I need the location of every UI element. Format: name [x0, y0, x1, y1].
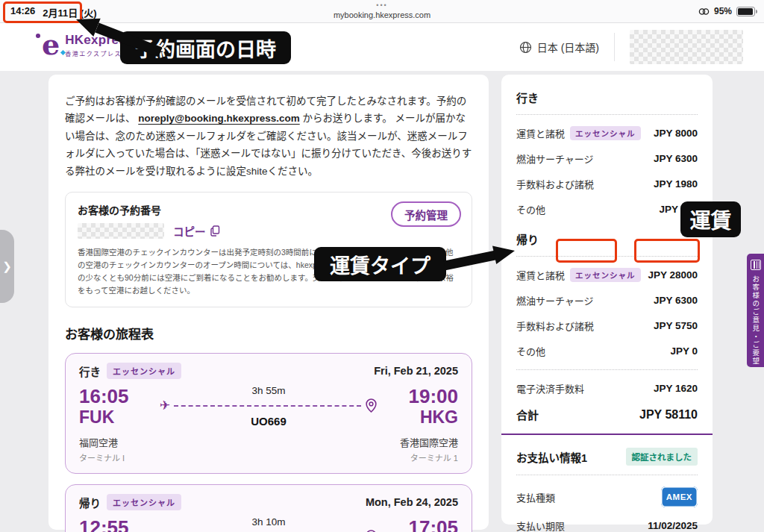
fare-type-badge: エッセンシャル	[107, 494, 181, 510]
fee-label: 手数料および諸税	[516, 177, 594, 191]
payment-type-row: 支払種類 AMEX	[516, 486, 698, 507]
checkin-note: 香港国際空港のチェックインカウンターは出発予定時刻の3時間前にオープンし、1時間…	[78, 246, 460, 297]
logo-brand-text: HKexpress	[65, 33, 134, 48]
departure-code: FUK	[79, 407, 149, 427]
hotspot-icon	[698, 7, 710, 16]
fare-summary-panel: 行き 運賃と諸税 エッセンシャル JPY 8000 燃油サーチャージ JPY 6…	[501, 75, 713, 525]
total-divider	[501, 434, 713, 435]
journey-card-outbound: 行き エッセンシャル Fri, Feb 21, 2025 16:05 FUK 3…	[65, 353, 472, 474]
manage-booking-button[interactable]: 予約管理	[391, 201, 461, 227]
site-header: e HKexpress 香港エクスプレス 日本 (日本語)	[0, 23, 764, 71]
journey-date: Mon, Feb 24, 2025	[366, 496, 458, 508]
battery-icon	[736, 7, 755, 16]
arrival-time: 19:00	[388, 386, 458, 407]
fee-row: 燃油サーチャージ JPY 6300	[516, 151, 698, 166]
fee-label: 燃油サーチャージ	[516, 151, 594, 166]
fee-row: 燃油サーチャージ JPY 6300	[516, 293, 698, 307]
tab-overview-dots-icon[interactable]: •••	[0, 2, 764, 9]
fee-label: その他	[516, 344, 545, 358]
address-bar[interactable]: mybooking.hkexpress.com	[0, 11, 764, 19]
plane-icon: ✈	[160, 399, 170, 412]
fee-row: 電子決済手数料 JPY 1620	[516, 381, 698, 395]
flight-number: UO669	[160, 415, 378, 428]
payment-fee-label: 電子決済手数料	[516, 381, 584, 395]
arrival-code: HKG	[388, 407, 458, 427]
flight-duration: 3h 10m	[160, 516, 378, 528]
departure-time: 16:05	[79, 386, 149, 407]
logo-e-icon: e	[42, 31, 60, 59]
fee-row: 運賃と諸税 エッセンシャル JPY 8000	[516, 126, 698, 140]
fee-label: その他	[516, 202, 545, 216]
total-label: 合計	[516, 407, 539, 422]
fee-value: JPY 5750	[654, 320, 698, 331]
booking-confirmation-page: 14:26 2月11日 (火) ••• mybooking.hkexpress.…	[0, 0, 764, 532]
location-pin-icon	[365, 398, 378, 413]
fare-type-badge: エッセンシャル	[107, 363, 181, 379]
payment-fee-value: JPY 1620	[654, 383, 698, 394]
inbound-section-title: 帰り	[516, 231, 698, 247]
feedback-tab-label: お客様のご意見・ご要望	[752, 275, 760, 366]
noreply-email-link[interactable]: noreply@booking.hkexpress.com	[138, 113, 299, 124]
dotted-divider	[516, 256, 698, 257]
left-drawer-handle[interactable]: ❯	[0, 230, 14, 303]
amex-card-icon: AMEX	[661, 486, 698, 507]
arrival-airport: 香港国際空港	[400, 435, 458, 449]
header-divider	[614, 33, 615, 61]
copy-label: コピー	[173, 223, 206, 239]
copy-icon	[210, 225, 220, 237]
dotted-divider	[516, 114, 698, 115]
journey-direction-label: 行き	[79, 363, 101, 379]
journey-date: Fri, Feb 21, 2025	[374, 365, 458, 377]
payment-due-value: 11/02/2025	[648, 520, 698, 531]
feedback-tab[interactable]: お客様のご意見・ご要望	[747, 254, 764, 367]
fare-type-badge: エッセンシャル	[570, 126, 641, 140]
fee-row: 手数料および諸税 JPY 5750	[516, 319, 698, 333]
fee-value: JPY 0	[670, 345, 698, 357]
user-name-redacted	[630, 30, 743, 64]
booking-number-box: お客様の予約番号 コピー 予約管理 香港国際空港のチェックインカウンターは出発予…	[65, 192, 472, 307]
fee-row: その他 JPY 160	[516, 202, 698, 216]
fee-row: 運賃と諸税 エッセンシャル JPY 28000	[516, 268, 698, 282]
departure-time: 12:55	[79, 517, 149, 532]
arrival-terminal: ターミナル 1	[400, 451, 458, 463]
hkexpress-logo[interactable]: e HKexpress 香港エクスプレス	[42, 31, 134, 59]
itinerary-title: お客様の旅程表	[65, 324, 472, 342]
verified-status-badge: 認証されました	[626, 448, 698, 466]
booking-number-redacted	[78, 223, 164, 239]
survey-icon	[751, 260, 761, 270]
departure-terminal: ターミナル I	[79, 451, 125, 463]
confirmation-panel: ご予約はお客様が予約確認のメールを受信されて初めて完了したとみなされます。予約の…	[48, 75, 489, 530]
battery-percent: 95%	[714, 6, 732, 16]
dotted-divider	[516, 475, 698, 475]
journey-card-return: 帰り エッセンシャル Mon, Feb 24, 2025 12:55 HKG 3…	[65, 484, 472, 532]
arrival-time: 17:05	[388, 517, 458, 532]
fee-value: JPY 6300	[654, 295, 698, 306]
outbound-section-title: 行き	[516, 90, 698, 105]
total-value: JPY 58110	[639, 408, 698, 422]
copy-booking-number-button[interactable]: コピー	[173, 223, 220, 239]
fee-value: JPY 160	[659, 204, 698, 215]
fare-type-badge: エッセンシャル	[570, 268, 641, 282]
logo-sub-text: 香港エクスプレス	[65, 49, 134, 57]
language-label: 日本 (日本語)	[537, 40, 599, 54]
flight-duration: 3h 55m	[160, 385, 378, 396]
dotted-divider	[516, 369, 698, 370]
payment-info-title: お支払い情報1	[516, 449, 587, 465]
chevron-right-icon: ❯	[2, 260, 12, 273]
fee-value: JPY 1980	[654, 178, 698, 190]
status-bar: 14:26 2月11日 (火) ••• mybooking.hkexpress.…	[0, 0, 764, 23]
fare-and-tax-label: 運賃と諸税	[516, 126, 565, 140]
fee-value: JPY 6300	[654, 153, 698, 164]
payment-due-label: 支払い期限	[516, 519, 565, 532]
payment-type-label: 支払種類	[516, 490, 555, 504]
language-selector[interactable]: 日本 (日本語)	[519, 40, 599, 54]
journey-direction-label: 帰り	[79, 495, 101, 510]
total-row: 合計 JPY 58110	[516, 407, 698, 422]
confirmation-intro-text: ご予約はお客様が予約確認のメールを受信されて初めて完了したとみなされます。予約の…	[65, 93, 472, 180]
fee-row: 手数料および諸税 JPY 1980	[516, 177, 698, 191]
fee-label: 手数料および諸税	[516, 319, 594, 333]
fare-value: JPY 28000	[648, 269, 698, 281]
fare-value: JPY 8000	[654, 128, 698, 139]
route-dashed-line	[174, 405, 361, 407]
fare-and-tax-label: 運賃と諸税	[516, 268, 565, 282]
